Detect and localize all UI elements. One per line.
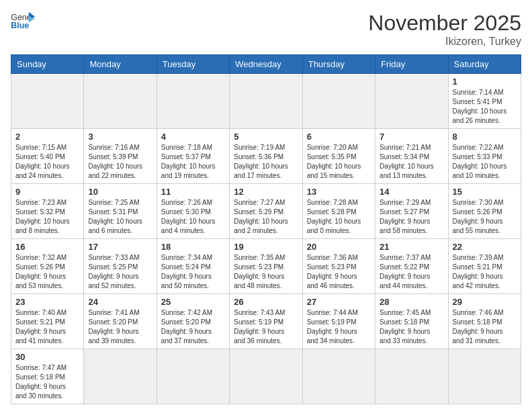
day-number: 24 [88,297,152,307]
day-number: 29 [453,297,517,307]
day-cell: 25Sunrise: 7:42 AM Sunset: 5:20 PM Dayli… [157,294,229,349]
day-cell: 9Sunrise: 7:23 AM Sunset: 5:32 PM Daylig… [11,184,84,239]
day-info: Sunrise: 7:41 AM Sunset: 5:20 PM Dayligh… [88,308,152,346]
day-number: 15 [453,187,517,197]
day-header-thursday: Thursday [302,55,375,74]
day-number: 16 [15,242,79,252]
day-header-tuesday: Tuesday [157,55,229,74]
day-cell: 10Sunrise: 7:25 AM Sunset: 5:31 PM Dayli… [84,184,157,239]
day-number: 30 [15,352,79,362]
day-info: Sunrise: 7:28 AM Sunset: 5:28 PM Dayligh… [307,198,371,236]
day-info: Sunrise: 7:25 AM Sunset: 5:31 PM Dayligh… [88,198,152,236]
day-cell: 29Sunrise: 7:46 AM Sunset: 5:18 PM Dayli… [448,294,521,349]
day-cell: 2Sunrise: 7:15 AM Sunset: 5:40 PM Daylig… [11,129,84,184]
day-info: Sunrise: 7:29 AM Sunset: 5:27 PM Dayligh… [380,198,443,236]
day-info: Sunrise: 7:18 AM Sunset: 5:37 PM Dayligh… [161,143,225,181]
day-info: Sunrise: 7:30 AM Sunset: 5:26 PM Dayligh… [453,198,517,236]
day-cell: 23Sunrise: 7:40 AM Sunset: 5:21 PM Dayli… [11,294,84,349]
day-cell [230,74,302,129]
day-header-friday: Friday [375,55,448,74]
day-info: Sunrise: 7:34 AM Sunset: 5:24 PM Dayligh… [161,253,225,291]
week-row-5: 23Sunrise: 7:40 AM Sunset: 5:21 PM Dayli… [11,294,521,349]
day-info: Sunrise: 7:36 AM Sunset: 5:23 PM Dayligh… [307,253,371,291]
day-cell [302,74,375,129]
day-cell: 26Sunrise: 7:43 AM Sunset: 5:19 PM Dayli… [230,294,302,349]
day-number: 8 [453,132,517,142]
week-row-3: 9Sunrise: 7:23 AM Sunset: 5:32 PM Daylig… [11,184,521,239]
day-cell [157,349,229,404]
day-info: Sunrise: 7:35 AM Sunset: 5:23 PM Dayligh… [234,253,298,291]
day-number: 25 [161,297,225,307]
day-info: Sunrise: 7:23 AM Sunset: 5:32 PM Dayligh… [15,198,79,236]
day-info: Sunrise: 7:20 AM Sunset: 5:35 PM Dayligh… [307,143,371,181]
day-info: Sunrise: 7:16 AM Sunset: 5:39 PM Dayligh… [88,143,152,181]
day-cell: 24Sunrise: 7:41 AM Sunset: 5:20 PM Dayli… [84,294,157,349]
day-cell: 20Sunrise: 7:36 AM Sunset: 5:23 PM Dayli… [302,239,375,294]
day-cell [230,349,302,404]
day-number: 12 [234,187,298,197]
day-cell: 4Sunrise: 7:18 AM Sunset: 5:37 PM Daylig… [157,129,229,184]
day-cell: 21Sunrise: 7:37 AM Sunset: 5:22 PM Dayli… [375,239,448,294]
day-cell: 16Sunrise: 7:32 AM Sunset: 5:26 PM Dayli… [11,239,84,294]
day-info: Sunrise: 7:44 AM Sunset: 5:19 PM Dayligh… [307,308,371,346]
day-number: 9 [15,187,79,197]
title-block: November 2025 Ikizoren, Turkey [368,11,521,48]
day-number: 18 [161,242,225,252]
day-cell: 17Sunrise: 7:33 AM Sunset: 5:25 PM Dayli… [84,239,157,294]
day-cell: 12Sunrise: 7:27 AM Sunset: 5:29 PM Dayli… [230,184,302,239]
day-number: 10 [88,187,152,197]
day-cell [448,349,521,404]
day-cell: 3Sunrise: 7:16 AM Sunset: 5:39 PM Daylig… [84,129,157,184]
day-header-monday: Monday [84,55,157,74]
day-number: 23 [15,297,79,307]
day-info: Sunrise: 7:33 AM Sunset: 5:25 PM Dayligh… [88,253,152,291]
day-cell [157,74,229,129]
day-info: Sunrise: 7:32 AM Sunset: 5:26 PM Dayligh… [15,253,79,291]
day-number: 4 [161,132,225,142]
day-cell: 15Sunrise: 7:30 AM Sunset: 5:26 PM Dayli… [448,184,521,239]
month-title: November 2025 [368,11,521,36]
day-number: 7 [380,132,443,142]
day-cell [84,349,157,404]
day-number: 21 [380,242,443,252]
day-number: 14 [380,187,443,197]
week-row-6: 30Sunrise: 7:47 AM Sunset: 5:18 PM Dayli… [11,349,521,404]
day-info: Sunrise: 7:19 AM Sunset: 5:36 PM Dayligh… [234,143,298,181]
day-cell [375,349,448,404]
day-number: 26 [234,297,298,307]
day-cell: 8Sunrise: 7:22 AM Sunset: 5:33 PM Daylig… [448,129,521,184]
day-number: 22 [453,242,517,252]
week-row-2: 2Sunrise: 7:15 AM Sunset: 5:40 PM Daylig… [11,129,521,184]
day-info: Sunrise: 7:45 AM Sunset: 5:18 PM Dayligh… [380,308,443,346]
location: Ikizoren, Turkey [368,36,521,48]
calendar: SundayMondayTuesdayWednesdayThursdayFrid… [11,54,521,404]
day-info: Sunrise: 7:43 AM Sunset: 5:19 PM Dayligh… [234,308,298,346]
day-cell [11,74,84,129]
day-number: 2 [15,132,79,142]
day-number: 3 [88,132,152,142]
day-info: Sunrise: 7:27 AM Sunset: 5:29 PM Dayligh… [234,198,298,236]
day-number: 28 [380,297,443,307]
day-number: 13 [307,187,371,197]
page-header: General Blue November 2025 Ikizoren, Tur… [11,11,521,48]
day-cell: 28Sunrise: 7:45 AM Sunset: 5:18 PM Dayli… [375,294,448,349]
week-row-4: 16Sunrise: 7:32 AM Sunset: 5:26 PM Dayli… [11,239,521,294]
day-number: 20 [307,242,371,252]
day-header-sunday: Sunday [11,55,84,74]
day-info: Sunrise: 7:39 AM Sunset: 5:21 PM Dayligh… [453,253,517,291]
day-info: Sunrise: 7:42 AM Sunset: 5:20 PM Dayligh… [161,308,225,346]
day-info: Sunrise: 7:46 AM Sunset: 5:18 PM Dayligh… [453,308,517,346]
logo: General Blue [11,11,35,31]
day-cell: 11Sunrise: 7:26 AM Sunset: 5:30 PM Dayli… [157,184,229,239]
day-header-wednesday: Wednesday [230,55,302,74]
svg-text:Blue: Blue [11,21,29,30]
day-cell: 27Sunrise: 7:44 AM Sunset: 5:19 PM Dayli… [302,294,375,349]
day-info: Sunrise: 7:21 AM Sunset: 5:34 PM Dayligh… [380,143,443,181]
day-number: 19 [234,242,298,252]
day-info: Sunrise: 7:15 AM Sunset: 5:40 PM Dayligh… [15,143,79,181]
day-number: 27 [307,297,371,307]
day-cell [375,74,448,129]
day-cell: 1Sunrise: 7:14 AM Sunset: 5:41 PM Daylig… [448,74,521,129]
day-cell: 30Sunrise: 7:47 AM Sunset: 5:18 PM Dayli… [11,349,84,404]
day-info: Sunrise: 7:22 AM Sunset: 5:33 PM Dayligh… [453,143,517,181]
